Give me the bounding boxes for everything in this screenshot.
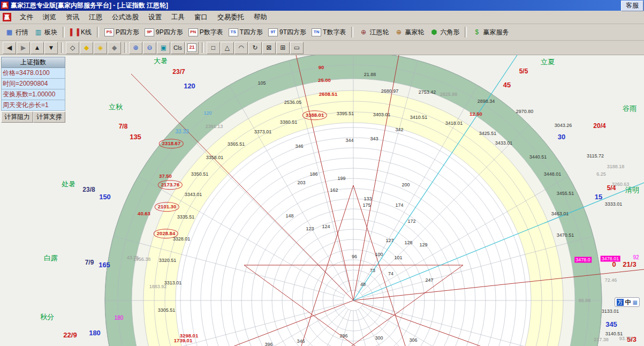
filter-icon: ▼ xyxy=(48,44,55,51)
zoom-in-button[interactable]: ⊕ xyxy=(129,42,142,54)
toolbar-label: P四方形 xyxy=(116,28,139,37)
toolbar-label: 行情 xyxy=(16,28,28,37)
menu-item-设置[interactable]: 设置 xyxy=(143,11,166,24)
toolbar-9p-square[interactable]: 9P9P四方形 xyxy=(142,26,186,39)
nav-up-icon: ▲ xyxy=(34,44,41,51)
toolbar-t-square[interactable]: TST四方形 xyxy=(226,26,266,39)
info-row: 时间=20090804 xyxy=(1,79,65,89)
nav-up-button[interactable]: ▲ xyxy=(31,42,44,54)
toolbar-winner-service[interactable]: $赢家服务 xyxy=(469,26,511,39)
p-square-icon: PS xyxy=(104,28,114,36)
clear-button[interactable]: Cls xyxy=(171,42,185,54)
toolbar-sectors[interactable]: ▥板块 xyxy=(31,26,60,39)
menu-item-交易委托[interactable]: 交易委托 xyxy=(213,11,249,24)
ime-lang-toggle[interactable]: 中 xyxy=(625,298,631,306)
toolbar-label: P数字表 xyxy=(200,28,223,37)
calendar-icon: 21 xyxy=(187,43,196,52)
customer-service-button[interactable]: 客服 xyxy=(621,1,643,11)
menu-item-工具[interactable]: 工具 xyxy=(166,11,190,24)
toolbar-label: 赢家轮 xyxy=(405,28,424,37)
toolbar-label: 9P四方形 xyxy=(156,28,183,37)
toolbar-separator xyxy=(97,27,99,37)
toolbar-label: 江恩轮 xyxy=(369,28,389,37)
winner-service-icon: $ xyxy=(472,28,481,36)
toolbar-winner-wheel[interactable]: ⊕赢家轮 xyxy=(391,26,427,39)
display-icon: ▭ xyxy=(294,44,300,51)
ime-keyboard-icon[interactable]: ▦ xyxy=(633,299,638,305)
toolbar-label: T四方形 xyxy=(240,28,263,37)
menu-item-公式选股[interactable]: 公式选股 xyxy=(107,11,143,24)
9t-square-icon: 9T xyxy=(268,28,278,36)
draw-rect-icon: □ xyxy=(211,44,215,51)
quote-grid-icon: ▦ xyxy=(5,28,14,36)
gann-wheel[interactable] xyxy=(0,55,644,346)
menu-item-窗口[interactable]: 窗口 xyxy=(190,11,213,24)
diamond-outline-icon: ◇ xyxy=(70,44,75,51)
ime-mode-icon[interactable]: 万 xyxy=(617,299,624,306)
toolbar-separator xyxy=(465,27,467,37)
info-panel: 上证指数 价格=3478.0100时间=20090804变换系数=1.00000… xyxy=(1,57,65,123)
9p-square-icon: 9P xyxy=(145,28,154,36)
toolbar-label: 六角形 xyxy=(440,28,459,37)
zoom-out-icon: ⊖ xyxy=(147,44,152,51)
display-button[interactable]: ▭ xyxy=(290,42,304,54)
gann-wheel-icon: ⊕ xyxy=(359,28,368,36)
filter-button[interactable]: ▼ xyxy=(44,42,58,54)
calendar-21-button[interactable]: 21 xyxy=(185,42,199,54)
button-计算支撑[interactable]: 计算支撑 xyxy=(33,111,65,123)
diamond-outline-button[interactable]: ◇ xyxy=(66,42,79,54)
toolbar-separator xyxy=(61,42,63,53)
draw-box-x-button[interactable]: ⊠ xyxy=(262,42,276,54)
kline-icon: ▌▐ xyxy=(70,28,79,36)
sectors-icon: ▥ xyxy=(34,28,43,36)
nav-forward-icon: ▶ xyxy=(21,44,26,51)
toolbar-separator xyxy=(124,42,126,53)
draw-toolbar: ◀▶▲▼◇◆◈◆⊕⊖▣Cls21□△◠↻⊠⊞▭ xyxy=(0,41,644,55)
toolbar-hexagon[interactable]: 六角形 xyxy=(427,26,462,39)
t-table-icon: TN xyxy=(312,28,321,36)
menu-item-资讯[interactable]: 资讯 xyxy=(61,11,84,24)
button-计算阻力[interactable]: 计算阻力 xyxy=(1,111,33,123)
toolbar-label: 9T四方形 xyxy=(279,28,306,37)
draw-rect-button[interactable]: □ xyxy=(207,42,220,54)
zoom-out-button[interactable]: ⊖ xyxy=(143,42,156,54)
diamond-mixed-icon: ◈ xyxy=(98,44,103,51)
draw-triangle-button[interactable]: △ xyxy=(221,42,234,54)
overlay-squares-icon: ▣ xyxy=(161,44,166,51)
diamond-grey-button[interactable]: ◆ xyxy=(108,42,121,54)
toolbar-p-square[interactable]: PSP四方形 xyxy=(102,26,142,39)
toolbar-separator xyxy=(202,42,204,53)
zoom-in-icon: ⊕ xyxy=(133,44,138,51)
p-table-icon: PN xyxy=(188,28,198,36)
diamond-mixed-button[interactable]: ◈ xyxy=(94,42,107,54)
window-title: 赢家江恩专业版[赢家内部服务平台] - [上证指数 江恩轮] xyxy=(11,1,168,10)
menu-item-文件[interactable]: 文件 xyxy=(15,11,38,24)
toolbar-9t-square[interactable]: 9T9T四方形 xyxy=(266,26,309,39)
draw-triangle-icon: △ xyxy=(225,44,230,51)
titlebar: 赢 赢家江恩专业版[赢家内部服务平台] - [上证指数 江恩轮] 客服 xyxy=(0,0,644,11)
hexagon-icon xyxy=(429,28,438,36)
menu-item-帮助[interactable]: 帮助 xyxy=(249,11,272,24)
nav-back-button[interactable]: ◀ xyxy=(3,42,16,54)
toolbar-separator xyxy=(63,27,65,37)
draw-grid-button[interactable]: ⊞ xyxy=(276,42,290,54)
menu-item-江恩[interactable]: 江恩 xyxy=(84,11,107,24)
toolbar-gann-wheel[interactable]: ⊕江恩轮 xyxy=(356,26,391,39)
info-row: 变换系数=1.00000 xyxy=(1,89,65,100)
toolbar-kline[interactable]: ▌▐K线 xyxy=(67,26,94,39)
nav-forward-button[interactable]: ▶ xyxy=(17,42,30,54)
t-square-icon: TS xyxy=(229,28,238,36)
menu-item-浏览[interactable]: 浏览 xyxy=(38,11,61,24)
draw-arc-button[interactable]: ◠ xyxy=(234,42,248,54)
app-window: 赢 赢家江恩专业版[赢家内部服务平台] - [上证指数 江恩轮] 客服 赢 文件… xyxy=(0,0,644,346)
menu-logo-icon: 赢 xyxy=(3,13,11,21)
info-row: 价格=3478.0100 xyxy=(1,68,65,79)
ime-toolbar[interactable]: 万中▦ xyxy=(615,297,640,307)
toolbar-p-table[interactable]: PNP数字表 xyxy=(186,26,226,39)
diamond-yellow-button[interactable]: ◆ xyxy=(80,42,93,54)
draw-rotate-button[interactable]: ↻ xyxy=(248,42,262,54)
overlay-squares-button[interactable]: ▣ xyxy=(157,42,170,54)
toolbar-quote-grid[interactable]: ▦行情 xyxy=(2,26,31,39)
symbol-title: 上证指数 xyxy=(1,57,65,68)
toolbar-t-table[interactable]: TNT数字表 xyxy=(309,26,348,39)
